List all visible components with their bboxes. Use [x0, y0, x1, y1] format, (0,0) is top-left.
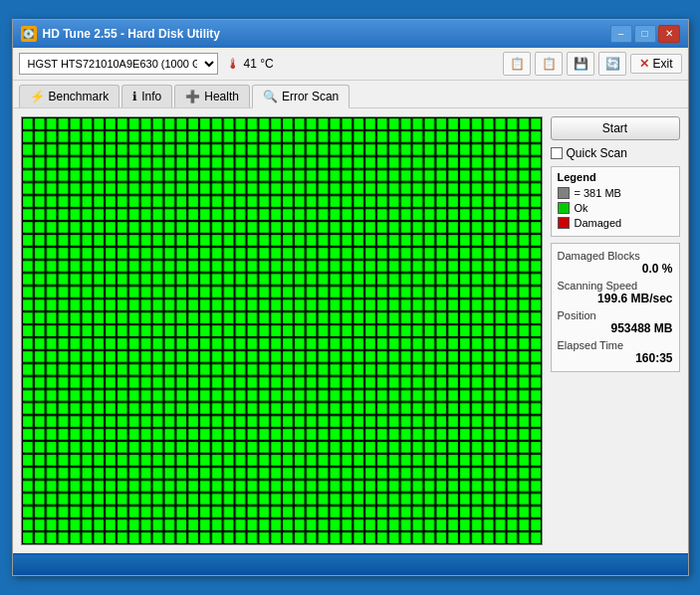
tab-benchmark-label: Benchmark: [49, 90, 110, 103]
legend-damaged-label: Damaged: [575, 217, 622, 229]
elapsed-time-label: Elapsed Time: [558, 339, 673, 351]
window-title: HD Tune 2.55 - Hard Disk Utility: [43, 27, 220, 41]
save-icon-button[interactable]: 💾: [567, 52, 594, 76]
benchmark-icon: ⚡: [30, 90, 45, 103]
exit-x-icon: ✕: [639, 57, 649, 71]
tab-error-scan-label: Error Scan: [282, 90, 339, 103]
info-icon: ℹ: [132, 90, 137, 103]
tab-health-label: Health: [204, 90, 239, 103]
app-icon: 💽: [21, 26, 37, 42]
toolbar-icons: 📋 📋 💾 🔄 ✕ Exit: [503, 52, 681, 76]
copy2-icon-button[interactable]: 📋: [535, 52, 563, 76]
toolbar: HGST HTS721010A9E630 (1000 GB) 🌡 41 °C 📋…: [13, 48, 688, 81]
legend-item-block: = 381 MB: [558, 187, 673, 199]
health-icon: ➕: [185, 90, 200, 103]
drive-dropdown[interactable]: HGST HTS721010A9E630 (1000 GB): [19, 53, 218, 75]
legend-color-damaged: [558, 217, 570, 229]
title-controls: – □ ✕: [610, 25, 680, 43]
stats-box: Damaged Blocks 0.0 % Scanning Speed 199.…: [551, 243, 680, 372]
legend-item-damaged: Damaged: [558, 217, 673, 229]
tabs-bar: ⚡ Benchmark ℹ Info ➕ Health 🔍 Error Scan: [13, 81, 688, 108]
temperature-value: 41 °C: [244, 57, 274, 71]
side-panel: Start Quick Scan Legend = 381 MB Ok Dama…: [551, 116, 680, 545]
tab-error-scan[interactable]: 🔍 Error Scan: [252, 85, 350, 108]
thermometer-icon: 🌡: [226, 56, 240, 72]
tab-benchmark[interactable]: ⚡ Benchmark: [19, 85, 120, 107]
tab-health[interactable]: ➕ Health: [174, 85, 250, 107]
copy-icon-button[interactable]: 📋: [503, 52, 531, 76]
position-value: 953488 MB: [558, 321, 673, 335]
tab-info-label: Info: [141, 90, 161, 103]
content-area: Start Quick Scan Legend = 381 MB Ok Dama…: [13, 108, 688, 553]
quick-scan-checkbox[interactable]: [551, 147, 563, 159]
scan-grid-canvas: [22, 117, 542, 544]
legend-color-block: [558, 187, 570, 199]
close-button[interactable]: ✕: [658, 25, 680, 43]
main-window: 💽 HD Tune 2.55 - Hard Disk Utility – □ ✕…: [12, 19, 689, 576]
legend-ok-label: Ok: [575, 202, 588, 214]
scanning-speed-label: Scanning Speed: [558, 280, 673, 292]
legend-box: Legend = 381 MB Ok Damaged: [551, 166, 680, 237]
scanning-speed-value: 199.6 MB/sec: [558, 292, 673, 305]
position-label: Position: [558, 309, 673, 321]
legend-color-ok: [558, 202, 570, 214]
elapsed-time-value: 160:35: [558, 351, 673, 365]
refresh-icon-button[interactable]: 🔄: [598, 52, 626, 76]
minimize-button[interactable]: –: [610, 25, 632, 43]
title-bar: 💽 HD Tune 2.55 - Hard Disk Utility – □ ✕: [13, 20, 688, 48]
drive-select[interactable]: HGST HTS721010A9E630 (1000 GB): [19, 53, 218, 75]
damaged-blocks-label: Damaged Blocks: [558, 250, 673, 262]
bottom-bar: [13, 553, 688, 575]
quick-scan-label: Quick Scan: [567, 146, 627, 160]
quick-scan-row: Quick Scan: [551, 146, 680, 160]
maximize-button[interactable]: □: [634, 25, 656, 43]
error-scan-icon: 🔍: [263, 90, 278, 103]
temperature-display: 🌡 41 °C: [226, 56, 274, 72]
legend-item-ok: Ok: [558, 202, 673, 214]
exit-button[interactable]: ✕ Exit: [630, 54, 681, 74]
start-button[interactable]: Start: [551, 116, 680, 140]
exit-label: Exit: [652, 57, 672, 71]
title-bar-left: 💽 HD Tune 2.55 - Hard Disk Utility: [21, 26, 220, 42]
legend-title: Legend: [558, 171, 673, 183]
damaged-blocks-value: 0.0 %: [558, 262, 673, 276]
scan-grid-area: [21, 116, 543, 545]
legend-block-label: = 381 MB: [575, 187, 621, 199]
tab-info[interactable]: ℹ Info: [121, 85, 172, 107]
